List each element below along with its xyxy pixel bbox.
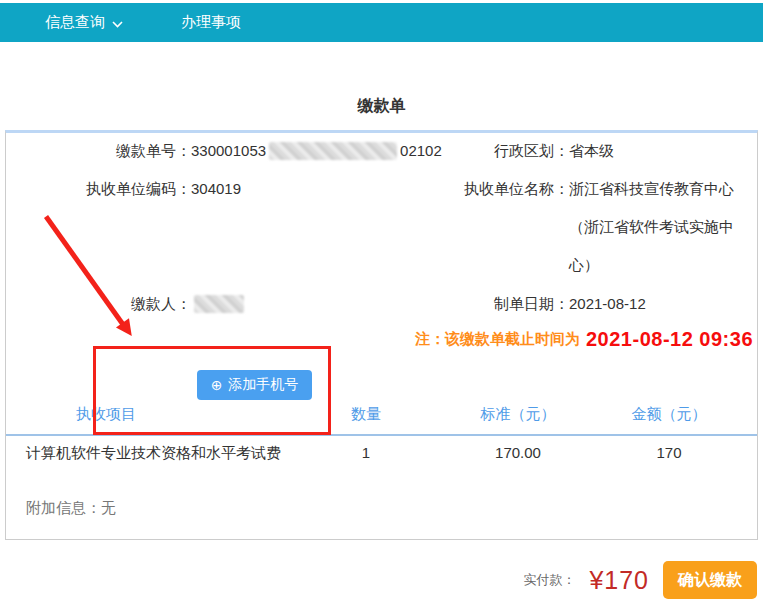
unit-name-label: 执收单位名称： bbox=[464, 179, 569, 199]
payment-no-field: 缴款单号：33000105302102 bbox=[116, 141, 442, 161]
unit-code-value: 304019 bbox=[191, 179, 241, 199]
payer-field: 缴款人： bbox=[131, 294, 247, 314]
table-header-divider bbox=[6, 434, 757, 436]
cell-item-name: 计算机软件专业技术资格和水平考试费 bbox=[6, 444, 328, 463]
bill-date-value: 2021-08-12 bbox=[569, 294, 646, 314]
annotation-arrow bbox=[44, 215, 125, 325]
unit-name-field: 执收单位名称： 浙江省科技宣传教育中心 （浙江省软件考试实施中 心） bbox=[464, 179, 745, 293]
table-header-item: 执收项目 bbox=[6, 405, 328, 424]
add-phone-button-label: 添加手机号 bbox=[228, 376, 298, 394]
bill-date-label: 制单日期： bbox=[494, 294, 569, 314]
payment-no-suffix: 02102 bbox=[400, 141, 442, 161]
table-header-standard: 标准（元） bbox=[443, 405, 593, 424]
region-label: 行政区划： bbox=[494, 141, 569, 161]
cell-quantity: 1 bbox=[328, 444, 404, 463]
payment-no-label: 缴款单号： bbox=[116, 141, 191, 161]
deadline-note: 注：该缴款单截止时间为 2021-08-12 09:36 bbox=[415, 328, 753, 351]
nav-item-handle-matters[interactable]: 办理事项 bbox=[181, 13, 241, 32]
extra-info-value: 无 bbox=[101, 499, 116, 516]
region-value: 省本级 bbox=[569, 141, 614, 161]
nav-item-label: 办理事项 bbox=[181, 13, 241, 32]
payment-footer: 实付款： ¥170 确认缴款 bbox=[0, 558, 757, 602]
extra-info-field: 附加信息：无 bbox=[26, 499, 116, 518]
confirm-payment-button[interactable]: 确认缴款 bbox=[663, 561, 757, 599]
table-header-amount: 金额（元） bbox=[593, 405, 745, 424]
top-navbar: 信息查询 办理事项 bbox=[0, 3, 763, 42]
total-label: 实付款： bbox=[523, 571, 575, 589]
extra-info-label: 附加信息： bbox=[26, 499, 101, 516]
plus-circle-icon: ⊕ bbox=[211, 378, 223, 392]
nav-item-info-query[interactable]: 信息查询 bbox=[45, 13, 123, 32]
redacted-payment-no bbox=[269, 142, 397, 160]
bill-date-field: 制单日期：2021-08-12 bbox=[494, 294, 646, 314]
total-amount: ¥170 bbox=[589, 566, 649, 595]
add-phone-button[interactable]: ⊕ 添加手机号 bbox=[197, 370, 312, 400]
unit-code-label: 执收单位编码： bbox=[86, 179, 191, 199]
payer-label: 缴款人： bbox=[131, 294, 191, 314]
deadline-note-prefix: 注：该缴款单截止时间为 bbox=[415, 330, 580, 349]
payment-bill-panel: 缴款单号：33000105302102 行政区划：省本级 执收单位编码：3040… bbox=[5, 130, 758, 540]
table-header-quantity: 数量 bbox=[328, 405, 404, 424]
cell-amount: 170 bbox=[593, 444, 745, 463]
table-header-row: 执收项目 数量 标准（元） 金额（元） bbox=[6, 405, 757, 424]
chevron-down-icon bbox=[112, 14, 123, 31]
deadline-note-time: 2021-08-12 09:36 bbox=[586, 328, 753, 351]
page-title: 缴款单 bbox=[0, 96, 763, 117]
redacted-payer-name bbox=[194, 295, 244, 313]
nav-item-label: 信息查询 bbox=[45, 13, 105, 32]
payment-no-prefix: 330001053 bbox=[191, 141, 266, 161]
unit-code-field: 执收单位编码：304019 bbox=[86, 179, 241, 199]
table-row: 计算机软件专业技术资格和水平考试费 1 170.00 170 bbox=[6, 444, 757, 463]
region-field: 行政区划：省本级 bbox=[494, 141, 614, 161]
cell-standard: 170.00 bbox=[443, 444, 593, 463]
unit-name-value: 浙江省科技宣传教育中心 （浙江省软件考试实施中 心） bbox=[569, 170, 745, 284]
